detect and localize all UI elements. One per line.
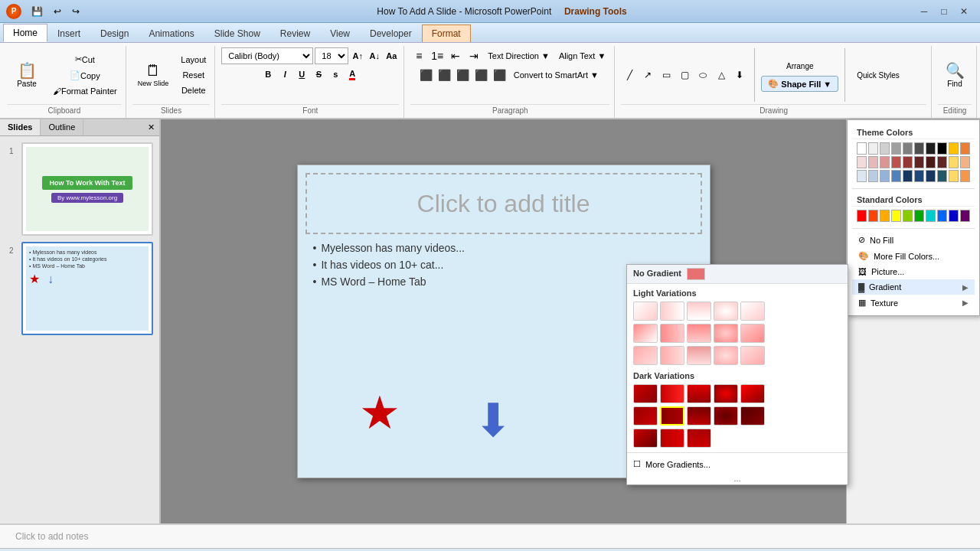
light-swatch-15[interactable]: [740, 346, 765, 365]
star-shape[interactable]: ★: [359, 386, 400, 439]
shape-triangle[interactable]: △: [713, 67, 730, 83]
more-fill-colors-option[interactable]: 🎨 More Fill Colors...: [852, 248, 975, 264]
color-2f[interactable]: [914, 156, 924, 168]
notes-bar[interactable]: Click to add notes: [0, 523, 980, 548]
color-2c[interactable]: [880, 156, 890, 168]
align-right-button[interactable]: ⬛: [455, 67, 472, 83]
dark-swatch-4[interactable]: [714, 384, 738, 403]
light-swatch-11[interactable]: [633, 346, 658, 365]
color-3i[interactable]: [949, 170, 959, 182]
light-swatch-4[interactable]: [714, 302, 738, 321]
color-1d[interactable]: [891, 142, 901, 155]
color-3g[interactable]: [926, 170, 936, 182]
std-color-blue[interactable]: [937, 210, 947, 222]
dark-swatch-11[interactable]: [633, 429, 658, 448]
color-2d[interactable]: [891, 156, 901, 168]
color-3d[interactable]: [891, 170, 901, 182]
arrange-button[interactable]: Arrange: [761, 58, 838, 74]
tab-format[interactable]: Format: [422, 24, 471, 42]
quick-styles-button[interactable]: Quick Styles: [851, 67, 905, 83]
color-1c[interactable]: [880, 142, 890, 155]
picture-option[interactable]: 🖼 Picture...: [852, 264, 975, 279]
increase-indent[interactable]: ⇥: [466, 47, 482, 64]
color-2h[interactable]: [937, 156, 947, 168]
font-name-selector[interactable]: Calibri (Body): [221, 47, 313, 64]
gradient-option[interactable]: ▓ Gradient ▶: [852, 279, 975, 295]
dark-swatch-1[interactable]: [633, 384, 658, 403]
paste-button[interactable]: 📋 Paste: [8, 59, 46, 92]
std-color-lime[interactable]: [903, 210, 913, 222]
underline-button[interactable]: U: [294, 67, 309, 82]
light-swatch-13[interactable]: [687, 346, 711, 365]
tab-home[interactable]: Home: [3, 24, 47, 42]
align-justify-button[interactable]: ⬛: [473, 67, 490, 83]
reset-button[interactable]: Reset: [177, 68, 210, 82]
color-3h[interactable]: [937, 170, 947, 182]
tab-insert[interactable]: Insert: [47, 24, 90, 42]
shape-fill-dropdown-arrow[interactable]: ▼: [823, 80, 831, 89]
dark-swatch-3[interactable]: [687, 384, 711, 403]
quick-access-save[interactable]: 💾: [28, 4, 47, 19]
color-3e[interactable]: [903, 170, 913, 182]
strikethrough-button[interactable]: S: [311, 67, 326, 82]
color-1g[interactable]: [926, 142, 936, 155]
color-2g[interactable]: [926, 156, 936, 168]
align-left-button[interactable]: ⬛: [418, 67, 435, 83]
no-fill-option[interactable]: ⊘ No Fill: [852, 232, 975, 248]
light-swatch-1[interactable]: [633, 302, 658, 321]
close-button[interactable]: ✕: [954, 4, 974, 19]
quick-access-redo[interactable]: ↪: [68, 4, 83, 19]
light-swatch-5[interactable]: [740, 302, 765, 321]
shape-line[interactable]: ╱: [621, 67, 638, 83]
light-swatch-2[interactable]: [660, 302, 684, 321]
more-gradients-option[interactable]: ☐ More Gradients...: [627, 456, 848, 472]
light-swatch-7[interactable]: [660, 324, 684, 343]
minimize-button[interactable]: ─: [914, 4, 934, 19]
tab-animations[interactable]: Animations: [139, 24, 204, 42]
font-color-button[interactable]: A: [345, 67, 360, 82]
bullets-button[interactable]: ≡: [410, 47, 427, 64]
light-swatch-8[interactable]: [687, 324, 711, 343]
std-color-dark-blue[interactable]: [949, 210, 959, 222]
numbered-list-button[interactable]: 1≡: [429, 47, 446, 64]
std-color-teal[interactable]: [926, 210, 936, 222]
new-slide-button[interactable]: 🗒 New Slide: [132, 59, 175, 91]
align-text-button[interactable]: Align Text ▼: [555, 49, 609, 63]
std-color-red[interactable]: [857, 210, 867, 222]
shape-roundrect[interactable]: ▢: [676, 67, 693, 83]
align-center-button[interactable]: ⬛: [436, 67, 453, 83]
format-painter-button[interactable]: 🖌 Format Painter: [49, 84, 121, 98]
tab-review[interactable]: Review: [270, 24, 320, 42]
font-size-increase[interactable]: A↑: [350, 48, 365, 64]
light-swatch-6[interactable]: [633, 324, 658, 343]
std-color-yellow[interactable]: [891, 210, 901, 222]
bold-button[interactable]: B: [260, 67, 276, 82]
color-3a[interactable]: [857, 170, 867, 182]
color-2e[interactable]: [903, 156, 913, 168]
std-color-orange[interactable]: [880, 210, 890, 222]
color-1f[interactable]: [914, 142, 924, 155]
title-placeholder[interactable]: Click to add title: [305, 173, 702, 234]
shape-oval[interactable]: ⬭: [694, 67, 711, 83]
std-color-green[interactable]: [914, 210, 924, 222]
dark-swatch-5[interactable]: [740, 384, 765, 403]
color-gold[interactable]: [949, 142, 959, 155]
color-3c[interactable]: [880, 170, 890, 182]
font-size-selector[interactable]: 18: [315, 47, 348, 64]
copy-button[interactable]: 📄 Copy: [49, 68, 121, 83]
columns-button[interactable]: ⬛: [492, 67, 508, 83]
color-2j[interactable]: [960, 156, 970, 168]
slide-thumb-1[interactable]: 1 How To Work With Text By www.mylesson.…: [21, 142, 153, 236]
find-button[interactable]: 🔍 Find: [938, 59, 972, 92]
sidebar-close-button[interactable]: ✕: [143, 119, 159, 135]
dark-swatch-10[interactable]: [740, 406, 765, 425]
shape-arrow[interactable]: ↗: [639, 67, 656, 83]
color-white[interactable]: [857, 142, 867, 155]
dark-swatch-9[interactable]: [714, 406, 738, 425]
color-3j[interactable]: [960, 170, 970, 182]
cut-button[interactable]: ✂ Cut: [49, 52, 121, 67]
dark-swatch-7[interactable]: [660, 406, 684, 425]
maximize-button[interactable]: □: [934, 4, 954, 19]
tab-view[interactable]: View: [320, 24, 360, 42]
arrow-shape[interactable]: ⬇: [474, 393, 512, 447]
